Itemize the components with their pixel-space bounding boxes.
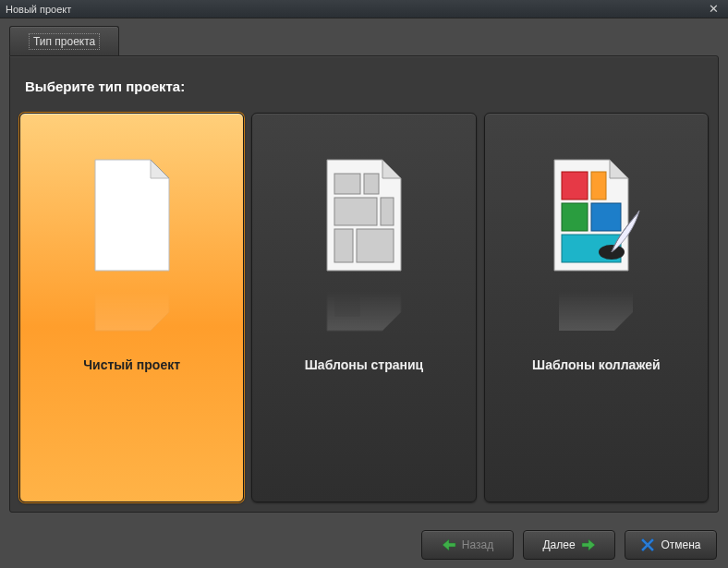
tabstrip: Тип проекта — [0, 18, 728, 55]
svg-rect-1 — [364, 174, 379, 194]
arrow-right-icon — [581, 538, 596, 551]
option-label: Шаблоны страниц — [305, 357, 423, 372]
svg-rect-4 — [334, 229, 353, 262]
reflection — [540, 280, 651, 335]
svg-rect-6 — [334, 296, 360, 317]
svg-rect-0 — [334, 174, 360, 194]
svg-rect-3 — [381, 198, 394, 225]
back-button[interactable]: Назад — [421, 530, 514, 560]
svg-rect-10 — [591, 172, 606, 199]
arrow-left-icon — [442, 538, 456, 551]
cancel-x-icon — [640, 538, 655, 552]
tab-project-type[interactable]: Тип проекта — [9, 26, 119, 55]
svg-rect-9 — [562, 172, 588, 199]
page-templates-icon — [309, 151, 419, 280]
new-project-dialog: Новый проект ✕ Тип проекта Выберите тип … — [0, 0, 728, 568]
window-title: Новый проект — [6, 4, 71, 15]
titlebar: Новый проект ✕ — [0, 0, 728, 18]
reflection — [309, 280, 419, 335]
option-blank-project[interactable]: Чистый проект — [19, 113, 244, 502]
tab-label: Тип проекта — [29, 33, 100, 50]
collage-templates-icon — [540, 151, 651, 280]
footer-buttons: Назад Далее Отмена — [0, 522, 728, 568]
svg-rect-5 — [357, 229, 394, 262]
reflection — [77, 280, 188, 335]
back-label: Назад — [462, 538, 493, 551]
next-button[interactable]: Далее — [523, 530, 615, 560]
option-page-templates[interactable]: Шаблоны страниц — [251, 113, 476, 502]
svg-rect-11 — [562, 203, 588, 231]
blank-document-icon — [77, 151, 188, 280]
option-label: Чистый проект — [83, 357, 180, 372]
close-icon[interactable]: ✕ — [705, 2, 722, 16]
prompt-text: Выберите тип проекта: — [25, 79, 709, 94]
project-type-options: Чистый проект — [19, 113, 709, 502]
cancel-label: Отмена — [661, 538, 700, 551]
svg-rect-2 — [334, 198, 377, 225]
option-collage-templates[interactable]: Шаблоны коллажей — [484, 113, 709, 502]
option-label: Шаблоны коллажей — [532, 357, 660, 372]
next-label: Далее — [542, 538, 575, 551]
svg-rect-12 — [591, 203, 621, 231]
cancel-button[interactable]: Отмена — [625, 530, 717, 560]
content-panel: Выберите тип проекта: Чистый проект — [9, 55, 719, 513]
